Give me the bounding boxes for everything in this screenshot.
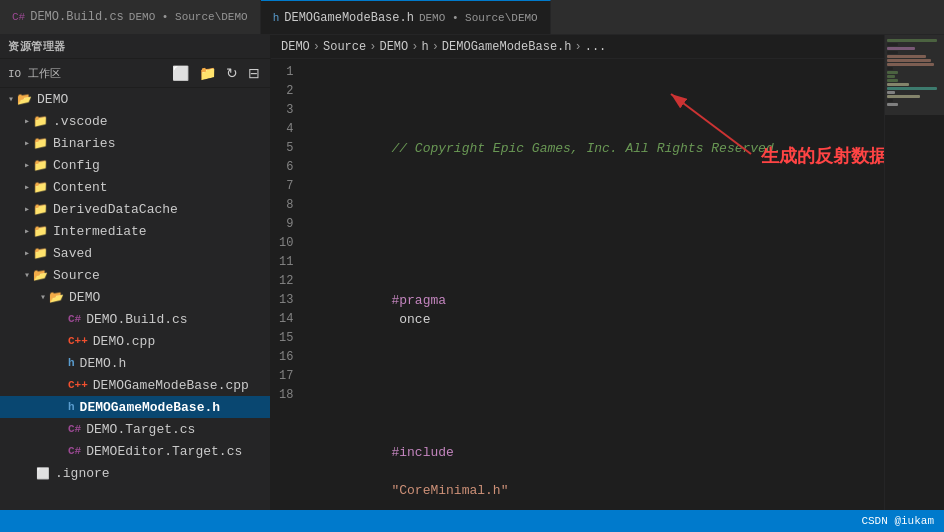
tree-item-demo-root[interactable]: ▾ 📂 DEMO bbox=[0, 88, 270, 110]
minimap bbox=[884, 35, 944, 510]
code-text-1: // Copyright Epic Games, Inc. All Rights… bbox=[391, 141, 781, 156]
breadcrumb-h[interactable]: h bbox=[421, 40, 428, 54]
cs-icon-build: C# bbox=[68, 313, 81, 325]
code-content: // Copyright Epic Games, Inc. All Rights… bbox=[305, 59, 884, 510]
code-text-5b bbox=[391, 464, 399, 479]
cs-icon: C# bbox=[12, 11, 25, 23]
tree-item-binaries[interactable]: ▸ 📁 Binaries bbox=[0, 132, 270, 154]
minimap-line-10 bbox=[887, 75, 895, 78]
new-folder-button[interactable]: 📁 bbox=[197, 63, 218, 83]
h-icon-demo: h bbox=[68, 357, 75, 369]
tree-item-saved[interactable]: ▸ 📁 Saved bbox=[0, 242, 270, 264]
tab-header-label: DEMOGameModeBase.h bbox=[284, 11, 414, 25]
tree-item-config[interactable]: ▸ 📁 Config bbox=[0, 154, 270, 176]
line-num-15: 15 bbox=[279, 329, 293, 348]
tab-header[interactable]: h DEMOGameModeBase.h DEMO • Source\DEMO bbox=[261, 0, 551, 34]
collapse-button[interactable]: ⊟ bbox=[246, 63, 262, 83]
tree-label-source: Source bbox=[53, 268, 100, 283]
tree-item-vscode[interactable]: ▸ 📁 .vscode bbox=[0, 110, 270, 132]
tree-item-gamemode-h[interactable]: h DEMOGameModeBase.h bbox=[0, 396, 270, 418]
minimap-line-5 bbox=[887, 55, 926, 58]
tree-item-source-demo[interactable]: ▾ 📂 DEMO bbox=[0, 286, 270, 308]
tree-item-target[interactable]: C# DEMO.Target.cs bbox=[0, 418, 270, 440]
line-num-10: 10 bbox=[279, 234, 293, 253]
tree-item-intermediate[interactable]: ▸ 📁 Intermediate bbox=[0, 220, 270, 242]
editor-area: DEMO › Source › DEMO › h › DEMOGameModeB… bbox=[271, 35, 884, 510]
tab-build-label: DEMO.Build.cs bbox=[30, 10, 124, 24]
breadcrumb-demo2[interactable]: DEMO bbox=[379, 40, 408, 54]
tree-item-demo-build[interactable]: C# DEMO.Build.cs bbox=[0, 308, 270, 330]
breadcrumb-sep-1: › bbox=[313, 40, 320, 54]
folder-open-icon-source-demo: 📂 bbox=[49, 290, 64, 305]
breadcrumb-sep-4: › bbox=[432, 40, 439, 54]
minimap-content bbox=[885, 35, 944, 111]
h-icon-gamemode: h bbox=[68, 401, 75, 413]
minimap-line-14 bbox=[887, 91, 895, 94]
tree-label-vscode: .vscode bbox=[53, 114, 108, 129]
folder-icon-binaries: 📁 bbox=[33, 136, 48, 151]
tree-label-demo-build: DEMO.Build.cs bbox=[86, 312, 187, 327]
minimap-line-11 bbox=[887, 79, 898, 82]
file-icon-ignore: ⬜ bbox=[36, 467, 50, 480]
tree-label-binaries: Binaries bbox=[53, 136, 115, 151]
folder-icon-intermediate: 📁 bbox=[33, 224, 48, 239]
code-line-6: #include "GameFramework/GameModeBase.h" bbox=[313, 500, 876, 510]
tree-item-editor-target[interactable]: C# DEMOEditor.Target.cs bbox=[0, 440, 270, 462]
code-editor[interactable]: 1 2 3 4 5 6 7 8 9 10 11 12 13 14 15 16 1… bbox=[271, 59, 884, 510]
minimap-line-7 bbox=[887, 63, 934, 66]
line-num-6: 6 bbox=[279, 158, 293, 177]
tree-item-ddc[interactable]: ▸ 📁 DerivedDataCache bbox=[0, 198, 270, 220]
minimap-line-2 bbox=[887, 43, 898, 46]
main-layout: 资源管理器 IO 工作区 ⬜ 📁 ↻ ⊟ ▾ 📂 DEMO ▸ 📁 .vscod… bbox=[0, 35, 944, 510]
minimap-line-3 bbox=[887, 47, 915, 50]
line-num-13: 13 bbox=[279, 291, 293, 310]
cs-icon-target: C# bbox=[68, 423, 81, 435]
tree-label-editor-target: DEMOEditor.Target.cs bbox=[86, 444, 242, 459]
code-text-5a: #include bbox=[391, 445, 453, 460]
tree-label-ddc: DerivedDataCache bbox=[53, 202, 178, 217]
breadcrumb-filename[interactable]: DEMOGameModeBase.h bbox=[442, 40, 572, 54]
breadcrumb-sep-3: › bbox=[411, 40, 418, 54]
code-text-5c: "CoreMinimal.h" bbox=[391, 483, 508, 498]
breadcrumb-ellipsis[interactable]: ... bbox=[585, 40, 607, 54]
folder-icon-content: 📁 bbox=[33, 180, 48, 195]
sidebar-toolbar: IO 工作区 ⬜ 📁 ↻ ⊟ bbox=[0, 59, 270, 88]
line-num-14: 14 bbox=[279, 310, 293, 329]
sidebar: 资源管理器 IO 工作区 ⬜ 📁 ↻ ⊟ ▾ 📂 DEMO ▸ 📁 .vscod… bbox=[0, 35, 271, 510]
minimap-line-1 bbox=[887, 39, 937, 42]
code-line-2 bbox=[313, 196, 876, 215]
line-num-11: 11 bbox=[279, 253, 293, 272]
h-icon: h bbox=[273, 12, 280, 24]
tab-build[interactable]: C# DEMO.Build.cs DEMO • Source\DEMO bbox=[0, 0, 261, 34]
chevron-vscode: ▸ bbox=[24, 115, 30, 127]
line-num-3: 3 bbox=[279, 101, 293, 120]
status-bar-text: CSDN @iukam bbox=[861, 515, 934, 527]
chevron-intermediate: ▸ bbox=[24, 225, 30, 237]
line-num-16: 16 bbox=[279, 348, 293, 367]
line-num-2: 2 bbox=[279, 82, 293, 101]
minimap-line-4 bbox=[887, 51, 898, 54]
cs-icon-editor-target: C# bbox=[68, 445, 81, 457]
minimap-line-17 bbox=[887, 103, 898, 106]
code-line-3: #pragma once bbox=[313, 272, 876, 291]
status-bar: CSDN @iukam bbox=[0, 510, 944, 532]
tabs-bar: C# DEMO.Build.cs DEMO • Source\DEMO h DE… bbox=[0, 0, 944, 35]
tree-item-demo-cpp[interactable]: C++ DEMO.cpp bbox=[0, 330, 270, 352]
tree-item-source[interactable]: ▾ 📂 Source bbox=[0, 264, 270, 286]
tree-item-demo-h[interactable]: h DEMO.h bbox=[0, 352, 270, 374]
folder-open-icon: 📂 bbox=[17, 92, 32, 107]
folder-open-icon-source: 📂 bbox=[33, 268, 48, 283]
tree-item-gamemode-cpp[interactable]: C++ DEMOGameModeBase.cpp bbox=[0, 374, 270, 396]
tree-item-gitignore[interactable]: ⬜ .ignore bbox=[0, 462, 270, 484]
tree-label-content: Content bbox=[53, 180, 108, 195]
line-num-7: 7 bbox=[279, 177, 293, 196]
tree-item-content[interactable]: ▸ 📁 Content bbox=[0, 176, 270, 198]
cpp-icon-demo: C++ bbox=[68, 335, 88, 347]
line-num-4: 4 bbox=[279, 120, 293, 139]
new-file-button[interactable]: ⬜ bbox=[170, 63, 191, 83]
breadcrumb-source[interactable]: Source bbox=[323, 40, 366, 54]
folder-icon-config: 📁 bbox=[33, 158, 48, 173]
minimap-line-12 bbox=[887, 83, 909, 86]
breadcrumb-demo[interactable]: DEMO bbox=[281, 40, 310, 54]
refresh-button[interactable]: ↻ bbox=[224, 63, 240, 83]
